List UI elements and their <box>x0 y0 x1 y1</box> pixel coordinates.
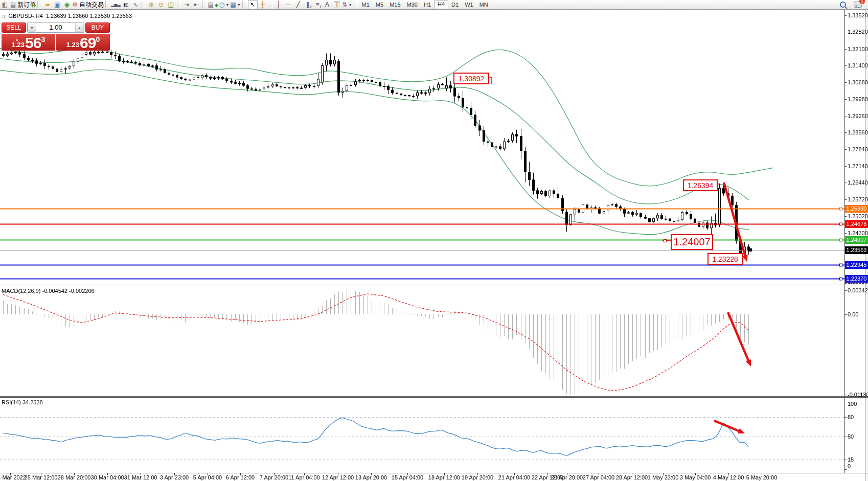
price-badge: 1.22370 <box>845 275 868 283</box>
chart-window-icon: ◫ <box>2 14 7 19</box>
panel-separator[interactable] <box>0 397 868 398</box>
volume-increase-button[interactable]: ▲ <box>75 23 84 32</box>
chart-title: ◫GBPUSD-,H4 1.23639 1.23660 1.23530 1.23… <box>2 13 132 19</box>
timeframe-mn[interactable]: MN <box>476 1 491 9</box>
price-annotation-label[interactable]: 1.23228 <box>707 253 743 265</box>
price-annotation-label[interactable]: 1.24007 <box>671 234 713 250</box>
date-label: 28 Mar 20:00 <box>58 474 91 480</box>
rsi-tick-label: 100 <box>848 401 857 407</box>
periods-button[interactable]: ◷▼ <box>219 1 229 9</box>
market-depth-icon[interactable]: ▣ <box>53 1 61 9</box>
crosshair-button[interactable]: ┼ <box>259 1 267 9</box>
tick-direction-icon: ◆ <box>16 38 18 41</box>
rsi-tick <box>844 469 847 470</box>
bar-chart-icon[interactable]: ▂▅▃ <box>111 1 120 9</box>
timeframe-m5[interactable]: M5 <box>373 1 386 9</box>
date-label: 19 Apr 20:00 <box>462 474 493 480</box>
buy-button[interactable]: BUY <box>85 22 110 33</box>
panel-separator[interactable] <box>0 285 868 285</box>
toolbar-right-group: 1 <box>838 1 864 9</box>
sell-price-box[interactable]: ◆ 1.23 56 3 <box>2 34 55 51</box>
zoom-in-icon[interactable]: ⊕ <box>147 1 156 9</box>
rsi-indicator-label: RSI(14) 34.2538 <box>2 399 43 405</box>
arrows-button[interactable]: ⇅▼ <box>342 1 352 9</box>
date-label: 28 Apr 12:00 <box>616 474 648 480</box>
price-annotation-label[interactable]: 1.30892 <box>453 73 489 84</box>
price-tick <box>844 149 847 150</box>
rsi-tick <box>844 460 847 460</box>
line-chart-icon[interactable]: ∿ <box>131 1 140 9</box>
toolbar-separator <box>202 1 207 8</box>
price-tick <box>844 15 847 16</box>
timeframe-m1[interactable]: M1 <box>359 1 373 9</box>
auto-trading-button[interactable]: ⚙自动交易 <box>72 1 104 9</box>
macd-indicator-label: MACD(12,26,9) -0.004542 -0.002206 <box>2 288 95 294</box>
date-label: 25 Mar 12:00 <box>25 474 58 480</box>
text-label-button[interactable]: T <box>333 1 341 9</box>
notifications-icon[interactable]: 1 <box>853 1 862 9</box>
panel-separator[interactable] <box>0 396 868 397</box>
timeframe-w1[interactable]: W1 <box>462 1 476 9</box>
macd-tick-label: 0.003424 <box>848 287 868 293</box>
rsi-tick-label: 80 <box>848 414 854 420</box>
timeframe-h1[interactable]: H1 <box>421 1 434 9</box>
date-label: 6 Apr 12:00 <box>226 474 255 480</box>
timeframe-h4[interactable]: H4 <box>434 1 448 9</box>
volume-stepper: ▼ 1.00 ▲ <box>27 22 84 33</box>
panel-separator[interactable] <box>0 286 868 286</box>
candlestick-chart-icon[interactable]: ▮▯ <box>122 1 130 9</box>
chart-fragment-icon[interactable]: ◧ <box>1 1 9 9</box>
price-tick-label: 1.25720 <box>848 196 868 202</box>
zoom-out-icon[interactable]: ⊖ <box>157 1 166 9</box>
timeframe-d1[interactable]: D1 <box>448 1 462 9</box>
price-badge: 1.25330 <box>845 205 868 213</box>
date-label: 12 Apr 12:00 <box>322 474 354 480</box>
volume-decrease-button[interactable]: ▼ <box>28 23 36 32</box>
sell-price-point: 3 <box>41 35 45 43</box>
price-tick <box>844 49 847 50</box>
trendline-button[interactable]: ╱ <box>294 1 303 9</box>
fibonacci-button[interactable]: ≡F <box>313 1 322 9</box>
styler-icon[interactable]: ▰ <box>43 1 52 9</box>
buy-price-box[interactable]: 1.23 69 0 <box>56 34 110 51</box>
date-label: 21 Apr 04:00 <box>498 474 530 480</box>
date-label: 4 May 12:00 <box>713 474 744 480</box>
price-tick <box>844 32 847 32</box>
rsi-tick <box>844 437 847 437</box>
date-label: 7 Apr 20:00 <box>260 474 288 480</box>
signals-icon[interactable]: ◉ <box>62 1 71 9</box>
macd-tick <box>844 314 847 315</box>
chart-symbol-period: GBPUSD-,H4 <box>9 13 43 19</box>
price-badge: 1.23563 <box>845 246 868 254</box>
price-tick <box>844 82 847 83</box>
rsi-tick-label: 15 <box>848 456 854 463</box>
chart-shift-icon[interactable]: ⇤ <box>192 1 201 9</box>
vertical-line-button[interactable]: │ <box>275 1 283 9</box>
sell-button[interactable]: SELL <box>2 22 26 33</box>
rsi-tick-label: 50 <box>848 433 854 440</box>
price-tick-label: 1.24300 <box>848 230 868 236</box>
notification-badge: 1 <box>859 0 865 5</box>
search-icon[interactable] <box>838 1 847 9</box>
chart-canvas[interactable] <box>0 0 868 481</box>
timeframe-m30[interactable]: M30 <box>404 1 421 9</box>
sell-price-base: 1.23 <box>12 41 25 49</box>
indicators-button[interactable]: ▤✚▼ <box>208 1 218 9</box>
horizontal-line-button[interactable]: ─ <box>284 1 293 9</box>
new-order-button[interactable]: ▤✚新订单 <box>10 1 36 9</box>
volume-input[interactable]: 1.00 <box>36 23 75 32</box>
timeframe-m15[interactable]: M15 <box>386 1 403 9</box>
cursor-button[interactable]: ↖ <box>248 0 258 9</box>
auto-scroll-icon[interactable]: ⇥ <box>182 1 191 9</box>
price-annotation-label[interactable]: 1.26394 <box>683 179 718 191</box>
tile-windows-icon[interactable]: ◫ <box>167 1 175 9</box>
buy-price-pips: 69 <box>80 35 96 51</box>
price-badge: 1.24007 <box>845 236 868 244</box>
price-tick <box>844 99 847 100</box>
price-tick-label: 1.29980 <box>848 96 868 102</box>
templates-button[interactable]: ▦▼ <box>230 1 240 9</box>
price-badge: 1.24678 <box>845 220 868 228</box>
channel-button[interactable]: ∥E <box>304 1 312 9</box>
date-label: 31 Mar 12:00 <box>124 474 157 480</box>
text-button[interactable]: A <box>323 1 332 9</box>
